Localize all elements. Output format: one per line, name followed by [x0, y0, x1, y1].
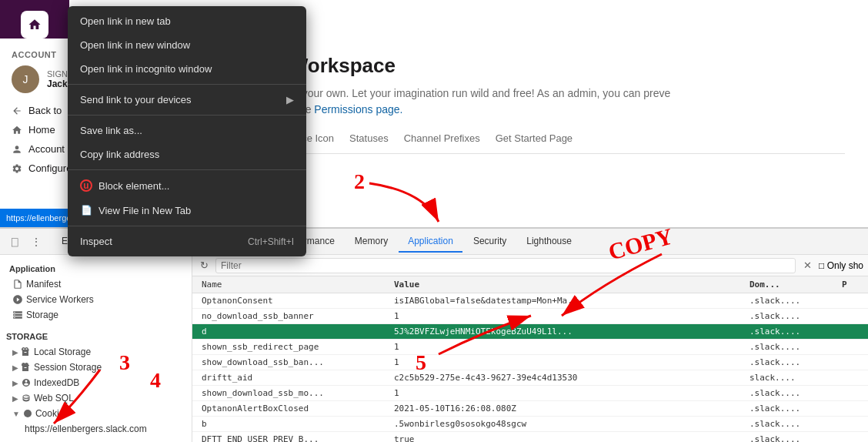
row-value: .5wonbirlesg0sosokgo48sgcw	[391, 418, 746, 430]
manifest-label: Manifest	[26, 279, 61, 290]
indexeddb-icon	[22, 378, 31, 387]
permissions-link[interactable]: Permissions page.	[314, 103, 402, 116]
row-domain: .slack....	[746, 295, 839, 306]
devtools-right-panel: ↻ ✕ □ Only sho Name Value Dom... P Optan…	[192, 255, 868, 442]
dt-item-storage[interactable]: Storage	[0, 307, 192, 323]
menu-label-open-new-tab: Open link in new tab	[80, 15, 171, 27]
table-row[interactable]: shown_ssb_redirect_page 1 .slack....	[192, 340, 868, 355]
dt-item-cookies[interactable]: ▼ Cookies	[0, 406, 192, 421]
menu-label-open-new-window: Open link in new window	[80, 39, 190, 51]
submenu-arrow: ▶	[286, 94, 294, 105]
cookies-table: Name Value Dom... P OptanonConsent isIAB…	[192, 276, 868, 442]
cookies-label: Cookies	[35, 408, 68, 419]
col-value: Value	[391, 279, 746, 290]
dt-item-service-workers[interactable]: Service Workers	[0, 292, 192, 307]
menu-item-open-incognito[interactable]: Open link in incognito window	[68, 57, 306, 81]
devtools-toggle-btn[interactable]: ⎕	[6, 233, 23, 250]
row-path	[839, 341, 862, 353]
row-name: OptanonAlertBoxClosed	[199, 403, 391, 414]
table-row[interactable]: OptanonConsent isIABGlobal=false&datesta…	[192, 293, 868, 309]
avatar: J	[12, 65, 39, 93]
session-storage-icon	[22, 363, 31, 372]
account-icon	[12, 144, 22, 155]
row-domain: .slack....	[746, 434, 839, 442]
service-workers-label: Service Workers	[26, 294, 94, 305]
menu-separator-4	[68, 226, 306, 226]
storage-icon	[12, 310, 23, 320]
tab-memory[interactable]: Memory	[346, 231, 397, 253]
menu-item-open-new-tab[interactable]: Open link in new tab	[68, 9, 306, 33]
menu-item-open-new-window[interactable]: Open link in new window	[68, 33, 306, 57]
session-storage-arrow: ▶	[12, 363, 18, 372]
menu-label-save-link: Save link as...	[80, 125, 142, 136]
menu-separator-3	[68, 169, 306, 170]
row-domain: .slack....	[746, 357, 839, 368]
dt-item-local-storage[interactable]: ▶ Local Storage	[0, 344, 192, 360]
row-name: shown_download_ssb_mo...	[199, 387, 391, 399]
devtools-toggle-icons: ⎕ ⋮	[6, 233, 45, 250]
dt-item-cookies-slack[interactable]: https://ellenbergers.slack.com	[0, 421, 192, 437]
context-menu: Open link in new tab Open link in new wi…	[68, 6, 306, 256]
row-domain: slack....	[746, 372, 839, 383]
menu-label-copy-link: Copy link address	[80, 149, 159, 160]
slack-tabs: ckbot Workspace Icon Statuses Channel Pr…	[223, 129, 845, 154]
row-value: 1	[391, 341, 746, 353]
menu-item-view-file[interactable]: 📄 View File in New Tab	[68, 198, 306, 223]
tab-statuses[interactable]: Statuses	[349, 129, 389, 147]
table-row-highlighted[interactable]: d 5J%2BVFZLwjeHNMiOTEkogeBZuU49L1l... .s…	[192, 324, 868, 340]
menu-item-block-element[interactable]: u Block element...	[68, 173, 306, 198]
row-name: shown_ssb_redirect_page	[199, 341, 391, 353]
tab-get-started-page[interactable]: Get Started Page	[496, 129, 573, 147]
table-row[interactable]: shown_download_ssb_mo... 1 .slack....	[192, 386, 868, 401]
filter-input[interactable]	[215, 258, 796, 273]
dt-item-indexeddb[interactable]: ▶ IndexedDB	[0, 375, 192, 390]
manifest-icon	[12, 279, 23, 290]
menu-item-copy-link[interactable]: Copy link address	[68, 142, 306, 166]
table-row[interactable]: driftt_aid c2c5b529-275e-4c43-9627-39e4c…	[192, 370, 868, 386]
refresh-button[interactable]: ↻	[197, 259, 211, 273]
tab-channel-prefixes[interactable]: Channel Prefixes	[404, 129, 480, 147]
table-row[interactable]: no_download_ssb_banner 1 .slack....	[192, 309, 868, 324]
slack-home-icon[interactable]	[21, 11, 48, 39]
devtools-panel: ⎕ ⋮ Elements Console Sources Network Per…	[0, 227, 868, 442]
row-path	[839, 434, 862, 442]
tab-lighthouse[interactable]: Lighthouse	[517, 231, 581, 253]
storage-label: Storage	[26, 310, 58, 320]
table-row[interactable]: b .5wonbirlesg0sosokgo48sgcw .slack....	[192, 417, 868, 432]
row-domain: .slack....	[746, 387, 839, 399]
row-path	[839, 310, 862, 322]
row-name: d	[199, 326, 391, 337]
dt-item-web-sql[interactable]: ▶ Web SQL	[0, 390, 192, 406]
row-domain: .slack....	[746, 326, 839, 337]
clear-button[interactable]: ✕	[800, 259, 814, 273]
indexeddb-label: IndexedDB	[34, 377, 79, 388]
web-sql-icon	[22, 393, 31, 403]
local-storage-icon	[22, 347, 31, 357]
menu-item-save-link[interactable]: Save link as...	[68, 119, 306, 142]
inspect-shortcut: Ctrl+Shift+I	[248, 236, 294, 247]
tab-application[interactable]: Application	[399, 231, 462, 253]
menu-item-send-link[interactable]: Send link to your devices ▶	[68, 88, 306, 112]
row-value: 2021-05-10T16:26:08.080Z	[391, 403, 746, 414]
menu-item-inspect[interactable]: Inspect Ctrl+Shift+I	[68, 229, 306, 253]
home-icon	[12, 125, 22, 136]
filter-bar: ↻ ✕ □ Only sho	[192, 255, 868, 276]
dt-item-session-storage[interactable]: ▶ Session Storage	[0, 360, 192, 375]
only-show-label: □ Only sho	[819, 260, 863, 271]
ublock-icon: u	[80, 179, 92, 192]
devtools-inspect-btn[interactable]: ⋮	[28, 233, 45, 250]
row-name: DFTT_END_USER_PREV_B...	[199, 434, 391, 442]
dt-item-manifest[interactable]: Manifest	[0, 276, 192, 292]
app-section-header: Application	[0, 261, 192, 276]
home-text: Home	[28, 124, 55, 136]
menu-label-send-link: Send link to your devices	[80, 94, 192, 105]
service-workers-icon	[12, 294, 23, 305]
row-value: 1	[391, 310, 746, 322]
table-row[interactable]: OptanonAlertBoxClosed 2021-05-10T16:26:0…	[192, 401, 868, 417]
table-row[interactable]: show_download_ssb_ban... 1 .slack....	[192, 355, 868, 370]
row-value: 1	[391, 387, 746, 399]
row-value: c2c5b529-275e-4c43-9627-39e4c4d13530	[391, 372, 746, 383]
table-row[interactable]: DFTT_END_USER_PREV_B... true .slack....	[192, 432, 868, 442]
tab-security[interactable]: Security	[464, 231, 516, 253]
storage-section-header: Storage	[0, 329, 192, 344]
